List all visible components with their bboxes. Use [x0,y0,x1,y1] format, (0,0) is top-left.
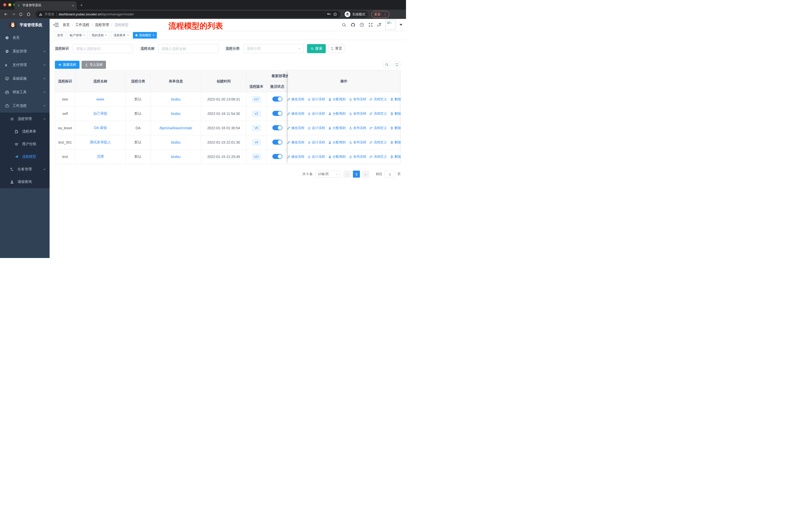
key-input[interactable] [73,44,133,53]
sidebar-item-process-mgmt[interactable]: 流程管理 [0,113,50,125]
reset-button[interactable]: 重置 [328,44,344,53]
activation-toggle[interactable] [272,125,283,130]
assign-rule-link[interactable]: 分配规则 [328,140,346,145]
form-info-link[interactable]: /bpm/oa/leave/create [159,126,192,130]
back-icon[interactable] [2,11,9,18]
assign-rule-link[interactable]: 分配规则 [328,111,346,116]
avatar[interactable] [385,20,396,30]
process-definition-link[interactable]: 流程定义 [370,140,387,145]
name-input[interactable] [158,44,219,53]
update-button[interactable]: 更新 [374,12,381,17]
delete-link[interactable]: 删除 [390,140,401,145]
process-definition-link[interactable]: 流程定义 [370,97,387,102]
tag-tenant[interactable]: 租户管理× [67,32,88,38]
process-name-link[interactable]: 测试多审批人 [90,140,111,144]
form-info-link[interactable]: biubiu [171,97,180,101]
design-process-link[interactable]: 设计流程 [308,111,325,116]
page-size-select[interactable]: 10条/页 [316,170,341,178]
activation-toggle[interactable] [272,111,283,116]
new-tab-button[interactable]: + [80,2,83,8]
toggle-search-button[interactable] [383,61,390,69]
goto-page-input[interactable] [384,170,396,178]
form-info-link[interactable]: biubiu [171,155,180,159]
sidebar-item-process-form[interactable]: 流程表单 [0,125,50,138]
tag-my-process[interactable]: 我的流程× [89,32,110,38]
github-icon[interactable] [351,22,355,27]
close-window-button[interactable] [3,3,6,6]
process-name-link[interactable]: 滔博 [97,155,104,159]
process-definition-link[interactable]: 流程定义 [370,111,387,116]
sidebar-item-payment[interactable]: ¥ 支付管理 [0,58,50,72]
sidebar-item-task-mgmt[interactable]: 任务管理 [0,163,50,175]
design-process-link[interactable]: 设计流程 [308,140,325,145]
hamburger-icon[interactable] [53,23,59,27]
next-page-button[interactable]: › [362,170,369,178]
bookmark-star-icon[interactable] [333,12,337,17]
fullscreen-icon[interactable] [368,22,373,27]
edit-process-link[interactable]: 修改流程 [287,111,304,116]
delete-link[interactable]: 删除 [390,155,401,159]
assign-rule-link[interactable]: 分配规则 [328,97,346,102]
breadcrumb-home[interactable]: 首页 [63,23,70,27]
breadcrumb-workflow[interactable]: 工作流程 [75,23,89,27]
process-name-link[interactable]: 自己审批 [93,111,108,115]
publish-process-link[interactable]: 发布流程 [349,140,366,145]
publish-process-link[interactable]: 发布流程 [349,97,366,102]
font-size-icon[interactable]: TT [377,22,381,27]
design-process-link[interactable]: 设计流程 [308,97,325,102]
category-select[interactable]: 流程分类 [243,44,303,53]
sidebar-item-infra[interactable]: 基础设施 [0,72,50,85]
assign-rule-link[interactable]: 分配规则 [328,126,346,130]
sidebar-item-system[interactable]: 系统管理 [0,45,50,58]
tag-close-icon[interactable]: × [152,33,154,37]
edit-process-link[interactable]: 修改流程 [287,140,304,145]
import-process-button[interactable]: 导入流程 [82,61,106,69]
minimize-window-button[interactable] [8,3,11,6]
activation-toggle[interactable] [272,140,283,145]
page-number-button[interactable]: 1 [353,170,360,178]
refresh-table-button[interactable] [393,61,401,69]
edit-process-link[interactable]: 修改流程 [287,155,304,159]
form-info-link[interactable]: biubiu [171,112,180,116]
sidebar-item-devtools[interactable]: 研发工具 [0,85,50,99]
sidebar-item-home[interactable]: 首页 [0,31,50,45]
activation-toggle[interactable] [272,97,283,102]
process-definition-link[interactable]: 流程定义 [370,155,387,159]
tag-process-form[interactable]: 流程表单× [111,32,132,38]
process-name-link[interactable]: OA 请假 [94,126,107,130]
address-bar[interactable]: 不安全 dashboard.yudao.iocoder.cn/bpm/manag… [36,11,340,18]
publish-process-link[interactable]: 发布流程 [349,111,366,116]
tag-process-model[interactable]: 流程模型× [133,32,157,38]
design-process-link[interactable]: 设计流程 [308,155,325,159]
delete-link[interactable]: 删除 [390,97,401,102]
forward-icon[interactable] [10,11,17,18]
tag-close-icon[interactable]: × [105,33,107,37]
edit-process-link[interactable]: 修改流程 [287,126,304,130]
tag-close-icon[interactable]: × [127,33,129,37]
sidebar-item-workflow[interactable]: 工作流程 [0,99,50,113]
process-definition-link[interactable]: 流程定义 [370,126,387,130]
tag-home[interactable]: 首页 [55,32,66,38]
publish-process-link[interactable]: 发布流程 [349,155,366,159]
prev-page-button[interactable]: ‹ [344,170,351,178]
sidebar-item-process-model[interactable]: 流程模型 [0,151,50,163]
delete-link[interactable]: 删除 [390,126,401,130]
search-icon[interactable] [342,22,347,27]
search-button[interactable]: 搜索 [307,44,326,53]
reload-icon[interactable] [18,11,24,18]
tag-close-icon[interactable]: × [83,33,85,37]
create-process-button[interactable]: 新建流程 [55,61,80,69]
home-icon[interactable] [25,11,32,18]
edit-process-link[interactable]: 修改流程 [287,97,304,102]
delete-link[interactable]: 删除 [390,111,401,116]
breadcrumb-process-mgmt[interactable]: 流程管理 [95,23,109,27]
form-info-link[interactable]: biubiu [171,140,180,144]
browser-tab[interactable]: 芋道管理系统 × [14,1,77,9]
assign-rule-link[interactable]: 分配规则 [328,155,346,159]
sidebar-item-leave-query[interactable]: 请假查询 [0,175,50,188]
activation-toggle[interactable] [272,154,283,159]
publish-process-link[interactable]: 发布流程 [349,126,366,130]
key-icon[interactable] [327,12,331,17]
process-name-link[interactable]: eeee [96,97,104,101]
design-process-link[interactable]: 设计流程 [308,126,325,130]
